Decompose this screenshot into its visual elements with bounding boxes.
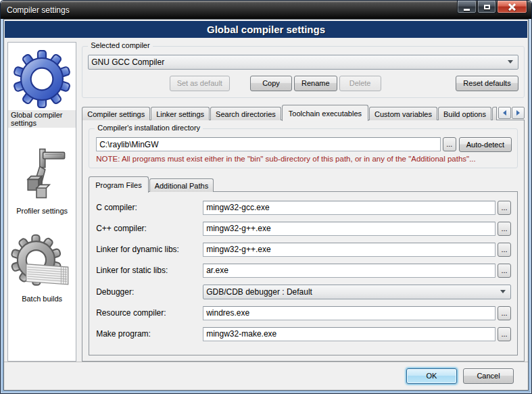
static-linker-label: Linker for static libs: (96, 266, 203, 275)
gray-gear-papers-icon (9, 233, 74, 293)
close-button[interactable] (497, 1, 527, 14)
installation-directory-browse-button[interactable]: ... (443, 137, 456, 151)
tab-scroll-buttons (498, 107, 525, 119)
auto-detect-button[interactable]: Auto-detect (459, 137, 512, 152)
close-icon (508, 3, 516, 11)
debugger-row: Debugger: GDB/CDB debugger : Default (96, 285, 511, 299)
tab-compiler-settings[interactable]: Compiler settings (82, 107, 150, 120)
tab-toolchain-executables[interactable]: Toolchain executables (282, 105, 368, 121)
arrow-right-icon (516, 110, 520, 116)
cpp-compiler-browse-button[interactable]: ... (498, 222, 511, 236)
c-compiler-input[interactable] (203, 201, 495, 215)
make-program-row: Make program: ... (96, 327, 511, 341)
ok-button[interactable]: OK (406, 368, 457, 384)
c-compiler-label: C compiler: (96, 203, 203, 212)
tab-scroll-left-button[interactable] (498, 107, 511, 119)
compiler-buttons-row: Set as default Copy Rename Delete Reset … (88, 76, 518, 91)
titlebar: Compiler settings (1, 1, 531, 19)
debugger-select-value: GDB/CDB debugger : Default (206, 287, 500, 297)
dynamic-linker-label: Linker for dynamic libs: (96, 245, 203, 254)
sidebar-item-label: Profiler settings (14, 206, 70, 216)
sidebar-item-profiler-settings[interactable]: Profiler settings (14, 145, 70, 216)
compiler-select-value: GNU GCC Compiler (91, 57, 508, 67)
make-program-browse-button[interactable]: ... (498, 327, 511, 341)
toolchain-executables-page: Compiler's installation directory ... Au… (82, 120, 525, 362)
installation-directory-row: ... Auto-detect (96, 137, 512, 152)
caption-buttons (456, 1, 527, 14)
resource-compiler-input[interactable] (203, 306, 495, 320)
footer: OK Cancel (4, 362, 528, 390)
make-program-label: Make program: (96, 329, 203, 339)
dynamic-linker-input[interactable] (203, 243, 495, 257)
tab-build-options[interactable]: Build options (438, 107, 491, 120)
maximize-button[interactable] (477, 1, 496, 14)
tab-partial[interactable] (492, 107, 497, 120)
sidebar-item-label: Batch builds (19, 294, 65, 303)
delete-button[interactable]: Delete (339, 76, 381, 91)
dialog-header: Global compiler settings (5, 21, 527, 38)
main-panel: Selected compiler GNU GCC Compiler Set a… (82, 42, 525, 362)
selected-compiler-group-label: Selected compiler (88, 41, 152, 49)
copy-button[interactable]: Copy (250, 76, 292, 91)
sidebar-item-global-compiler-settings[interactable]: Global compiler settings (8, 49, 76, 128)
installation-directory-group: Compiler's installation directory ... Au… (89, 128, 518, 168)
blue-gear-icon (9, 49, 74, 109)
maximize-icon (484, 5, 490, 9)
minimize-button[interactable] (457, 1, 477, 14)
static-linker-input[interactable] (203, 264, 495, 278)
debugger-label: Debugger: (96, 287, 203, 297)
resource-compiler-label: Resource compiler: (96, 308, 203, 318)
cancel-button[interactable]: Cancel (463, 368, 514, 384)
page-title: Global compiler settings (207, 24, 325, 35)
c-compiler-row: C compiler: ... (96, 201, 511, 215)
dynamic-linker-row: Linker for dynamic libs: ... (96, 243, 511, 257)
static-linker-browse-button[interactable]: ... (498, 264, 511, 278)
tab-scroll-right-button[interactable] (512, 107, 525, 119)
tab-search-directories[interactable]: Search directories (210, 107, 281, 120)
reset-defaults-button[interactable]: Reset defaults (456, 76, 518, 91)
rename-button[interactable]: Rename (294, 76, 337, 91)
static-linker-row: Linker for static libs: ... (96, 264, 511, 278)
installation-directory-group-label: Compiler's installation directory (95, 124, 203, 132)
programs-tabstrip: Program Files Additional Paths (89, 176, 518, 192)
tab-custom-variables[interactable]: Custom variables (369, 107, 437, 120)
set-as-default-button[interactable]: Set as default (170, 76, 230, 91)
selected-compiler-group: Selected compiler GNU GCC Compiler Set a… (82, 46, 525, 98)
resource-compiler-row: Resource compiler: ... (96, 306, 511, 320)
dialog-body: Global compiler settings (3, 19, 529, 391)
dynamic-linker-browse-button[interactable]: ... (498, 243, 511, 257)
compiler-settings-window: Compiler settings Global compiler settin… (0, 0, 532, 394)
sidebar-item-batch-builds[interactable]: Batch builds (9, 233, 74, 303)
tab-program-files[interactable]: Program Files (89, 176, 148, 193)
tab-linker-settings[interactable]: Linker settings (151, 107, 210, 120)
program-files-page: C compiler: ... C++ compiler: ... Linker… (89, 191, 518, 355)
window-title: Compiler settings (1, 5, 70, 15)
sidebar: Global compiler settings (7, 42, 76, 362)
installation-note: NOTE: All programs must exist either in … (96, 155, 512, 163)
chevron-down-icon (508, 60, 513, 64)
arrow-left-icon (503, 110, 506, 116)
settings-tabstrip: Compiler settings Linker settings Search… (82, 105, 525, 120)
installation-directory-input[interactable] (96, 137, 441, 151)
compiler-select[interactable]: GNU GCC Compiler (88, 55, 518, 70)
caliper-icon (15, 145, 69, 205)
tab-additional-paths[interactable]: Additional Paths (149, 178, 214, 192)
cpp-compiler-label: C++ compiler: (96, 224, 203, 233)
sidebar-item-label: Global compiler settings (8, 110, 76, 128)
cpp-compiler-row: C++ compiler: ... (96, 222, 511, 236)
c-compiler-browse-button[interactable]: ... (498, 201, 511, 215)
cpp-compiler-input[interactable] (203, 222, 495, 236)
make-program-input[interactable] (203, 327, 495, 341)
debugger-select[interactable]: GDB/CDB debugger : Default (203, 285, 511, 299)
content: Global compiler settings (4, 38, 528, 362)
minimize-icon (464, 9, 470, 11)
chevron-down-icon (500, 290, 506, 293)
resource-compiler-browse-button[interactable]: ... (498, 306, 511, 320)
